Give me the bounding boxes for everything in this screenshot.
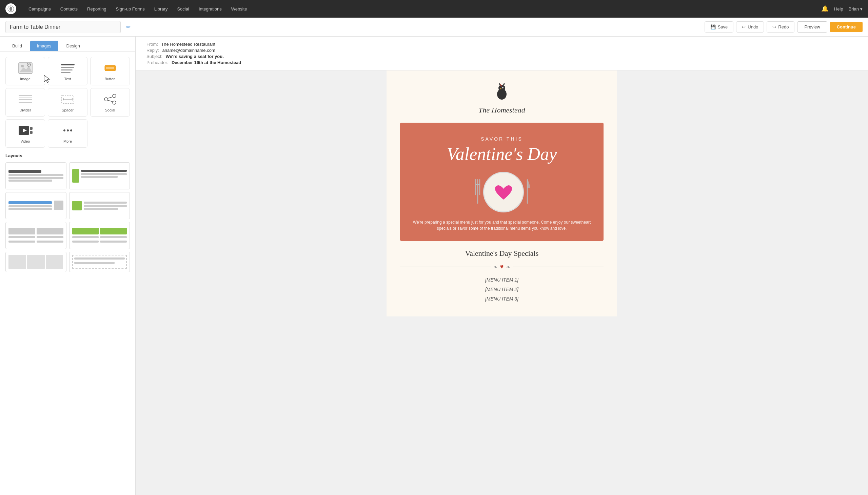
preview-button[interactable]: Preview	[797, 21, 827, 33]
menu-item-2: [MENU ITEM 2]	[400, 287, 603, 292]
nav-website[interactable]: Website	[227, 4, 251, 14]
text-element-icon	[60, 61, 76, 75]
header-actions: 💾 Save ↩ Undo ↪ Redo Preview Continue	[705, 21, 863, 33]
layouts-grid	[5, 162, 130, 272]
continue-button[interactable]: Continue	[830, 22, 863, 32]
divider-element-icon	[17, 92, 34, 106]
preheader-label: Preheader:	[147, 60, 168, 65]
elements-grid: Image Text	[0, 51, 135, 153]
element-video[interactable]: Video	[5, 119, 45, 148]
nav-social[interactable]: Social	[173, 4, 193, 14]
element-button[interactable]: Button	[90, 57, 130, 85]
svg-point-24	[113, 101, 116, 104]
svg-rect-8	[61, 64, 74, 65]
tab-design[interactable]: Design	[60, 41, 87, 51]
plate-illustration	[411, 172, 593, 212]
valentine-banner: SAVOR THIS Valentine's Day	[400, 123, 603, 241]
layouts-section: Layouts	[0, 153, 135, 277]
layout-item-2[interactable]	[69, 162, 130, 189]
svg-point-38	[503, 88, 503, 88]
element-spacer[interactable]: Spacer	[48, 88, 87, 117]
campaign-title-input[interactable]	[5, 21, 121, 33]
rooster-icon	[491, 81, 512, 102]
svg-line-25	[108, 97, 113, 98]
svg-point-3	[21, 65, 24, 67]
svg-rect-11	[61, 72, 70, 73]
svg-line-26	[108, 100, 113, 102]
svg-marker-20	[63, 98, 64, 101]
svg-rect-17	[19, 102, 32, 103]
redo-button[interactable]: ↪ Redo	[767, 21, 795, 33]
valentines-day-text: Valentine's Day	[411, 144, 593, 164]
menu-item-3: [MENU ITEM 3]	[400, 296, 603, 302]
layout-item-1[interactable]	[5, 162, 66, 189]
sidebar: Build Images Design	[0, 37, 136, 495]
layout-item-6[interactable]	[69, 222, 130, 249]
email-preview: The Homestead SAVOR THIS Valentine's Day	[386, 70, 617, 317]
reply-row: Reply: aname@domainname.com	[147, 48, 857, 53]
button-element-icon	[102, 61, 118, 75]
subject-row: Subject: We're saving a seat for you.	[147, 54, 857, 59]
plate-circle	[483, 172, 524, 212]
save-button[interactable]: 💾 Save	[705, 21, 734, 33]
nav-signup-forms[interactable]: Sign-up Forms	[112, 4, 149, 14]
svg-rect-13	[106, 67, 114, 69]
nav-items: Campaigns Contacts Reporting Sign-up For…	[24, 4, 813, 14]
button-label: Button	[105, 77, 116, 81]
ornament-right: ❧	[506, 264, 510, 270]
nav-integrations[interactable]: Integrations	[195, 4, 226, 14]
layout-item-3[interactable]	[5, 192, 66, 219]
tab-images[interactable]: Images	[30, 41, 58, 51]
user-menu[interactable]: Brian ▾	[849, 6, 863, 12]
social-element-icon	[102, 92, 118, 106]
svg-point-33	[63, 130, 65, 132]
layout-item-5[interactable]	[5, 222, 66, 249]
nav-reporting[interactable]: Reporting	[83, 4, 110, 14]
svg-rect-14	[19, 95, 32, 96]
email-meta: From: The Homestead Restaurant Reply: an…	[136, 37, 868, 70]
knife-icon	[524, 178, 531, 205]
element-text[interactable]: Text	[48, 57, 87, 85]
element-social[interactable]: Social	[90, 88, 130, 117]
heart-svg	[493, 183, 514, 202]
layout-item-8[interactable]	[69, 252, 130, 272]
top-navigation: Campaigns Contacts Reporting Sign-up For…	[0, 0, 868, 18]
divider-ornamental: ❧ ♥ ❧	[400, 263, 603, 270]
layouts-title: Layouts	[5, 153, 130, 158]
banner-description: We're preparing a special menu just for …	[411, 219, 593, 232]
app-logo[interactable]	[5, 3, 16, 14]
ornament-left: ❧	[493, 264, 497, 270]
layout-item-4[interactable]	[69, 192, 130, 219]
from-label: From:	[147, 42, 158, 47]
image-label: Image	[20, 77, 31, 81]
svg-point-35	[498, 85, 505, 91]
element-divider[interactable]: Divider	[5, 88, 45, 117]
nav-contacts[interactable]: Contacts	[56, 4, 82, 14]
undo-button[interactable]: ↩ Undo	[736, 21, 764, 33]
more-element-icon	[60, 124, 76, 137]
preheader-value: December 16th at the Homestead	[171, 60, 241, 65]
preheader-row: Preheader: December 16th at the Homestea…	[147, 60, 857, 65]
element-more[interactable]: More	[48, 119, 87, 148]
spacer-element-icon	[60, 92, 76, 106]
divider-right	[513, 267, 603, 267]
element-image[interactable]: Image	[5, 57, 45, 85]
notifications-icon[interactable]: 🔔	[821, 5, 829, 13]
edit-title-icon[interactable]: ✏	[126, 24, 131, 30]
header-bar: ✏ 💾 Save ↩ Undo ↪ Redo Preview Continue	[0, 18, 868, 37]
specials-title: Valentine's Day Specials	[400, 249, 603, 258]
menu-item-1: [MENU ITEM 1]	[400, 277, 603, 283]
layout-item-7[interactable]	[5, 252, 66, 272]
subject-value: We're saving a seat for you.	[166, 54, 224, 59]
from-value: The Homestead Restaurant	[161, 42, 215, 47]
social-label: Social	[105, 108, 115, 112]
svg-point-32	[70, 130, 72, 132]
help-link[interactable]: Help	[834, 6, 843, 12]
restaurant-name: The Homestead	[400, 106, 603, 115]
content-area: From: The Homestead Restaurant Reply: an…	[136, 37, 868, 495]
tab-build[interactable]: Build	[5, 41, 29, 51]
svg-rect-29	[30, 127, 33, 130]
menu-items: [MENU ITEM 1] [MENU ITEM 2] [MENU ITEM 3…	[400, 277, 603, 302]
nav-library[interactable]: Library	[150, 4, 172, 14]
nav-campaigns[interactable]: Campaigns	[24, 4, 55, 14]
